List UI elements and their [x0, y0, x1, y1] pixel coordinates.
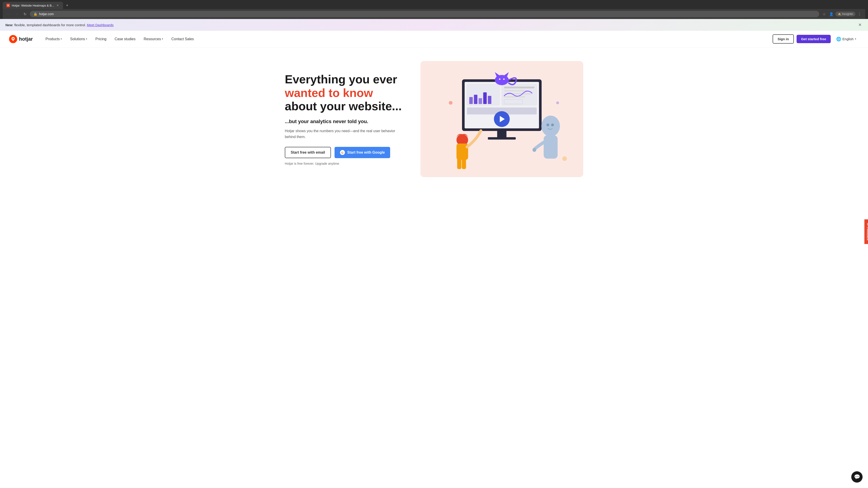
hero-free-note: Hotjar is free forever. Upgrade anytime	[285, 162, 407, 165]
incognito-label: Incognito	[842, 12, 853, 15]
resources-chevron-icon: ▾	[162, 37, 163, 40]
address-icon: 🔒	[33, 12, 37, 16]
nav-pricing[interactable]: Pricing	[92, 35, 110, 43]
hero-subtitle: ...but your analytics never told you.	[285, 119, 407, 125]
svg-rect-12	[504, 87, 534, 88]
svg-rect-26	[544, 135, 558, 159]
start-email-button[interactable]: Start free with email	[285, 147, 331, 158]
svg-rect-21	[457, 158, 462, 169]
forward-button[interactable]: →	[13, 11, 20, 17]
svg-rect-10	[483, 92, 487, 104]
incognito-badge: 🕵️ Incognito	[835, 11, 855, 17]
svg-point-27	[532, 148, 536, 152]
nav-links: Products ▾ Solutions ▾ Pricing Case stud…	[42, 35, 773, 43]
svg-point-34	[556, 101, 559, 104]
svg-rect-18	[488, 137, 516, 139]
svg-point-32	[503, 78, 504, 80]
get-started-button[interactable]: Get started free	[797, 35, 831, 43]
hero-cta-group: Start free with email G Start free with …	[285, 147, 407, 158]
hero-section: Everything you ever wanted to know about…	[276, 47, 592, 186]
address-bar[interactable]: 🔒 hotjar.com	[30, 11, 819, 17]
svg-point-33	[449, 101, 452, 105]
google-g-icon: G	[340, 150, 345, 155]
start-google-button[interactable]: G Start free with Google	[335, 147, 390, 158]
nav-right-icons: ☆ 👤 🕵️ Incognito ⋮	[821, 11, 863, 17]
globe-icon: 🌐	[836, 37, 841, 41]
new-tab-button[interactable]: +	[64, 2, 70, 8]
navbar: hotjar Products ▾ Solutions ▾ Pricing Ca…	[0, 31, 868, 47]
svg-point-35	[562, 156, 567, 161]
nav-right: Sign in Get started free 🌐 English ▾	[773, 34, 859, 43]
active-tab[interactable]: H Hotjar: Website Heatmaps & B... ✕	[3, 2, 63, 9]
banner-text: New: flexible, templated dashboards for …	[5, 23, 114, 27]
svg-rect-7	[469, 97, 473, 104]
site-wrapper: New: flexible, templated dashboards for …	[0, 19, 868, 186]
hero-title: Everything you ever wanted to know about…	[285, 73, 407, 113]
tab-title: Hotjar: Website Heatmaps & B...	[12, 4, 54, 7]
tab-favicon: H	[6, 4, 10, 7]
logo-icon	[9, 35, 17, 43]
back-button[interactable]: ←	[5, 11, 12, 17]
play-icon	[500, 116, 505, 122]
bookmark-button[interactable]: ☆	[821, 11, 827, 17]
announcement-banner: New: flexible, templated dashboards for …	[0, 19, 868, 31]
url-text: hotjar.com	[39, 12, 815, 16]
banner-link[interactable]: Meet Dashboards	[87, 23, 114, 27]
tab-bar: H Hotjar: Website Heatmaps & B... ✕ +	[3, 2, 865, 9]
sign-in-button[interactable]: Sign in	[773, 34, 794, 43]
banner-close-button[interactable]: ✕	[857, 22, 863, 28]
reload-button[interactable]: ↻	[22, 11, 28, 17]
products-chevron-icon: ▾	[61, 37, 62, 40]
svg-rect-13	[504, 90, 527, 92]
nav-resources[interactable]: Resources ▾	[140, 35, 167, 43]
svg-rect-8	[474, 95, 477, 104]
svg-rect-17	[497, 131, 506, 138]
hero-illustration	[421, 61, 583, 177]
solutions-chevron-icon: ▾	[86, 37, 87, 40]
svg-rect-9	[478, 98, 482, 104]
tab-close-button[interactable]: ✕	[56, 4, 59, 7]
svg-point-25	[551, 124, 554, 126]
svg-point-24	[546, 124, 549, 126]
svg-point-0	[12, 38, 14, 39]
profile-button[interactable]: 👤	[828, 11, 835, 17]
nav-bar: ← → ↻ 🔒 hotjar.com ☆ 👤 🕵️ Incognito ⋮	[3, 9, 865, 19]
logo-text: hotjar	[19, 36, 33, 42]
svg-rect-22	[462, 158, 466, 169]
svg-point-31	[499, 78, 500, 80]
hero-left: Everything you ever wanted to know about…	[285, 73, 407, 166]
language-chevron-icon: ▾	[855, 37, 856, 40]
banner-new-badge: New	[5, 23, 12, 27]
svg-rect-15	[504, 96, 525, 97]
nav-solutions[interactable]: Solutions ▾	[66, 35, 91, 43]
svg-rect-11	[488, 96, 491, 104]
browser-chrome: H Hotjar: Website Heatmaps & B... ✕ + ← …	[0, 0, 868, 19]
incognito-icon: 🕵️	[838, 12, 841, 15]
nav-products[interactable]: Products ▾	[42, 35, 66, 43]
hero-description: Hotjar shows you the numbers you need—an…	[285, 128, 407, 140]
hero-right	[421, 61, 583, 177]
svg-rect-16	[504, 99, 523, 104]
svg-point-23	[541, 116, 560, 137]
play-button[interactable]	[494, 111, 510, 127]
nav-contact-sales[interactable]: Contact Sales	[168, 35, 197, 43]
menu-button[interactable]: ⋮	[856, 11, 863, 17]
language-selector[interactable]: 🌐 English ▾	[833, 35, 859, 43]
hotjar-logo[interactable]: hotjar	[9, 35, 33, 43]
nav-case-studies[interactable]: Case studies	[111, 35, 139, 43]
